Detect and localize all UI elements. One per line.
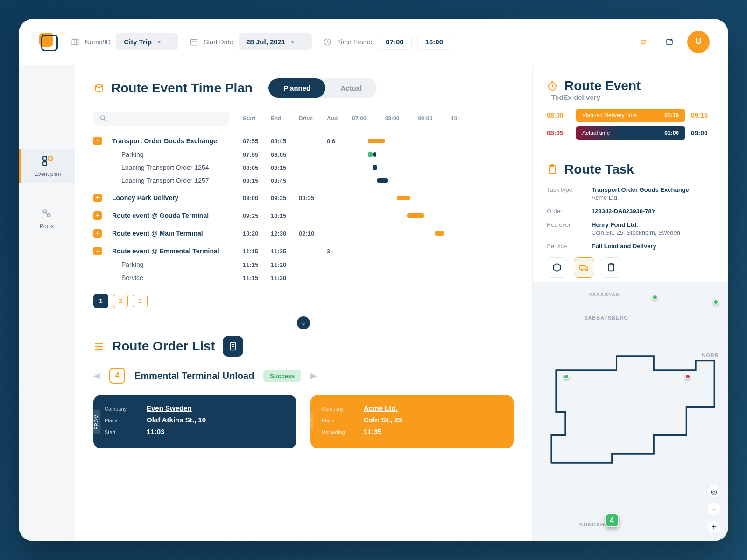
cell-start: 11:15 [243, 248, 271, 255]
to-company[interactable]: Acme Ltd. [364, 404, 398, 412]
task-receiver: Henry Fond Ltd.Coln St., 25, Stockholm, … [592, 221, 680, 236]
step-title: Emmental Terminal Unload [134, 371, 254, 381]
planned-end: 09:15 [691, 112, 714, 119]
refresh-icon[interactable] [661, 34, 678, 50]
map[interactable]: VASASTAN SABBATSBERG NORR KUNGSHOLM 4 ◎ … [533, 282, 728, 541]
table-row[interactable]: Loading Transport Order 125408:0508:15 [93, 161, 514, 174]
table-row[interactable]: Service11:1511:20 [93, 271, 514, 284]
event-name: Looney Park Delivery [112, 194, 243, 202]
settings-sliders-icon[interactable] [635, 34, 652, 50]
map-pin [685, 374, 691, 379]
svg-rect-6 [49, 156, 52, 160]
planned-bar: Planned Delivery time01:15 [576, 109, 685, 122]
to-card[interactable]: TO CompanyAcme Ltd. PlaceColn St., 25 Un… [310, 395, 514, 448]
search-input[interactable] [93, 112, 229, 126]
name-field: Name/ID City Trip▼ [71, 33, 178, 50]
route-event-head: Route Event [533, 65, 728, 95]
cell-end: 12:30 [271, 230, 299, 237]
table-row[interactable]: +Route event @ Main Terminal10:2012:3002… [93, 223, 514, 240]
task-service: Full Load and Delivery [592, 243, 656, 250]
date-select[interactable]: 28 Jul, 2021▼ [239, 33, 312, 50]
cell-start: 07:55 [243, 138, 271, 145]
sidebar-item-pools[interactable]: Pools [19, 202, 75, 235]
rt-label: Task type [547, 186, 584, 201]
task-order-link[interactable]: 123342-DA823930-78Y [592, 208, 655, 215]
sidebar-item-event-plan[interactable]: Event plan [19, 149, 75, 183]
zoom-out-button[interactable]: − [707, 502, 721, 516]
name-value: City Trip [124, 38, 152, 46]
svg-point-3 [642, 42, 643, 44]
event-name: Route event @ Main Terminal [112, 230, 243, 237]
avatar[interactable]: U [687, 31, 710, 53]
cell-start: 08:15 [243, 177, 271, 184]
table-row[interactable]: −Transport Order Goods Exchange07:5508:4… [93, 130, 514, 148]
planned-bar-row: 08:00 Planned Delivery time01:15 09:15 [547, 109, 714, 122]
table-row[interactable]: +Route event @ Gouda Terminal09:2510:15 [93, 205, 514, 223]
route-event-title: Route Event [564, 78, 641, 93]
card-label: Place [105, 418, 137, 423]
step-number: 4 [109, 368, 125, 384]
expand-icon[interactable]: + [93, 211, 102, 220]
cube-button[interactable] [547, 257, 567, 278]
from-company[interactable]: Even Sweden [147, 404, 192, 412]
grid-icon [42, 155, 54, 167]
hour-label: 07:00 [352, 115, 366, 122]
expand-icon[interactable]: + [93, 229, 102, 238]
avatar-initial: U [696, 37, 702, 47]
expand-icon[interactable]: − [93, 137, 102, 145]
locate-button[interactable]: ◎ [707, 484, 721, 498]
tab-planned[interactable]: Planned [268, 78, 325, 98]
collapse-btn[interactable]: ⌄ [297, 316, 310, 329]
status-badge: Success [263, 370, 301, 382]
cell-end: 08:15 [271, 164, 299, 171]
sidebar-item-label: Pools [40, 223, 54, 230]
topbar: Name/ID City Trip▼ Start Date 28 Jul, 20… [19, 19, 728, 65]
truck-button[interactable] [574, 257, 594, 278]
cell-drive: 02:10 [299, 230, 327, 237]
main: Route Event Time Plan Planned Actual Sta… [75, 65, 728, 541]
page-btn[interactable]: 2 [113, 294, 128, 308]
card-label: Company [322, 406, 354, 412]
timeframe-end[interactable]: 16:00 [417, 34, 451, 50]
svg-point-9 [47, 214, 50, 217]
actual-label: Actual time [582, 130, 660, 136]
cell-start: 11:15 [243, 274, 271, 281]
page-btn[interactable]: 3 [133, 294, 148, 308]
actual-end: 09:00 [691, 129, 714, 137]
cell-start: 10:20 [243, 230, 271, 237]
from-tab: FROM [92, 409, 100, 434]
gantt-cell [350, 194, 514, 202]
sidebar-item-label: Event plan [35, 171, 61, 177]
zoom-in-button[interactable]: + [707, 520, 721, 534]
page-btn[interactable]: 1 [93, 294, 108, 308]
col-drive: Drive [299, 115, 327, 122]
card-label: Start [105, 429, 137, 435]
timeplan-header-row: Start End Drive Aud 07:00 08:00 09:00 10… [93, 107, 514, 130]
clipboard-button[interactable] [601, 257, 621, 278]
table-row[interactable]: Loading Transport Order 125708:1508:45 [93, 174, 514, 187]
left-panel: Route Event Time Plan Planned Actual Sta… [75, 65, 532, 541]
table-row[interactable]: −Route event @ Emmental Terminal11:1511:… [93, 240, 514, 258]
svg-rect-7 [43, 162, 47, 166]
next-arrow-icon[interactable]: ▶ [310, 371, 317, 381]
gantt-cell [350, 212, 514, 219]
from-card[interactable]: FROM CompanyEven Sweden PlaceOlaf Atkins… [93, 395, 296, 448]
pager: 1 2 3 [75, 284, 532, 318]
timeframe-label: Time Frame [337, 38, 372, 46]
timeline-hours: 07:00 08:00 09:00 10: [350, 115, 514, 122]
table-row[interactable]: Parking11:1511:20 [93, 258, 514, 271]
prev-arrow-icon[interactable]: ◀ [93, 371, 100, 381]
table-row[interactable]: +Looney Park Delivery09:0009:3500:35 [93, 187, 514, 205]
name-select[interactable]: City Trip▼ [116, 33, 178, 50]
expand-icon[interactable]: − [93, 247, 102, 255]
timeplan-title: Route Event Time Plan [111, 81, 253, 96]
expand-icon[interactable]: + [93, 194, 102, 202]
table-row[interactable]: Parking07:5508:05 [93, 148, 514, 161]
timeframe-start[interactable]: 07:00 [378, 34, 411, 50]
event-name: Parking [112, 151, 243, 158]
hour-label: 10: [451, 115, 459, 122]
tab-actual[interactable]: Actual [325, 78, 377, 98]
clipboard-icon [547, 164, 558, 175]
cell-end: 08:45 [271, 138, 299, 145]
receipt-icon[interactable] [223, 336, 243, 357]
